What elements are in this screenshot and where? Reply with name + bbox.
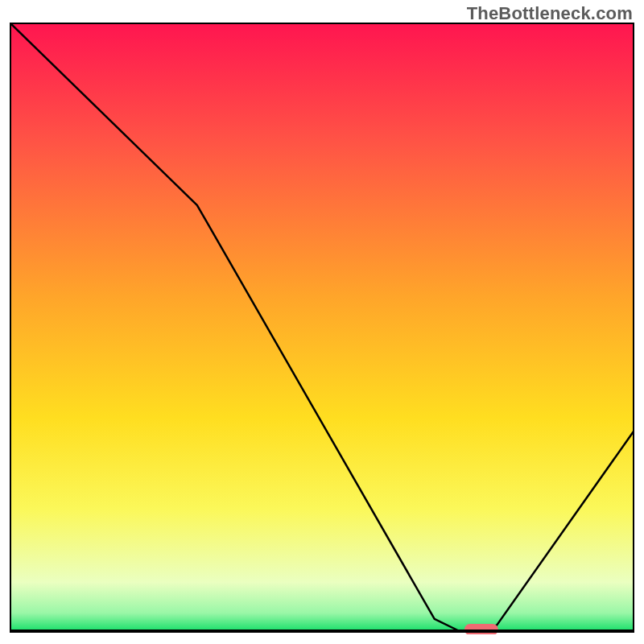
chart-svg: [10, 23, 634, 634]
optimal-marker: [464, 624, 498, 634]
attribution-text: TheBottleneck.com: [467, 3, 633, 24]
bottleneck-chart: [10, 23, 634, 634]
